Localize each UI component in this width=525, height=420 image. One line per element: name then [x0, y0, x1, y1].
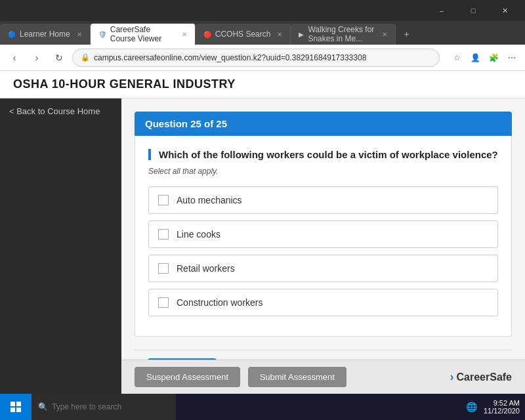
back-to-course-button[interactable]: < Back to Course Home — [0, 98, 121, 124]
tab-close-walking-icon[interactable]: ✕ — [382, 31, 387, 38]
tab-walking-creeks[interactable]: ▶ Walking Creeks for Snakes in Me... ✕ — [291, 24, 396, 45]
refresh-button[interactable]: ↻ — [50, 49, 68, 67]
sidebar: < Back to Course Home — [0, 98, 121, 394]
settings-icon[interactable]: ⋯ — [504, 50, 520, 66]
maximize-button[interactable]: □ — [458, 0, 488, 21]
extensions-icon[interactable]: 🧩 — [486, 50, 501, 66]
question-box: Which of the following workers could be … — [135, 136, 512, 337]
suspend-button[interactable]: Suspend Assessment — [135, 367, 240, 387]
address-bar: ‹ › ↻ 🔒 campus.careersafeonline.com/view… — [0, 45, 525, 71]
back-button[interactable]: ‹ — [5, 49, 24, 67]
tab-bar: 🔵 Learner Home ✕ 🛡️ CareerSafe Course Vi… — [0, 21, 525, 45]
checkbox-3[interactable] — [158, 263, 169, 274]
navigation-controls: << Previous Jump to Question: 25 ▾ — [135, 350, 512, 360]
svg-rect-0 — [10, 402, 15, 406]
question-text: Which of the following workers could be … — [148, 149, 498, 160]
page-title: OSHA 10-HOUR GENERAL INDUSTRY — [13, 77, 512, 91]
tab-close-ccohs-icon[interactable]: ✕ — [277, 31, 282, 38]
main-area: Question 25 of 25 Which of the following… — [121, 98, 525, 360]
checkbox-2[interactable] — [158, 229, 169, 240]
tab-close-active-icon[interactable]: ✕ — [182, 31, 187, 38]
svg-rect-1 — [16, 402, 21, 406]
search-input[interactable] — [52, 402, 169, 411]
svg-rect-2 — [10, 408, 15, 412]
checkbox-1[interactable] — [158, 195, 169, 205]
start-button[interactable] — [0, 394, 32, 420]
action-buttons: Suspend Assessment Submit Assessment — [135, 367, 352, 387]
taskbar-time: 9:52 AM 11/12/2020 — [484, 399, 525, 415]
tab-careersafe[interactable]: 🛡️ CareerSafe Course Viewer ✕ — [91, 24, 196, 45]
answer-option-2[interactable]: Line cooks — [148, 220, 498, 248]
taskbar-icons: 🌐 — [466, 402, 484, 412]
svg-rect-3 — [16, 408, 21, 412]
bookmark-icon[interactable]: ☆ — [449, 50, 465, 66]
forward-button[interactable]: › — [28, 49, 46, 67]
answer-option-1[interactable]: Auto mechanics — [148, 186, 498, 214]
minimize-button[interactable]: – — [427, 0, 457, 21]
taskbar: 🔍 🌐 9:52 AM 11/12/2020 — [0, 394, 525, 420]
tab-close-icon[interactable]: ✕ — [77, 31, 82, 38]
question-header: Question 25 of 25 — [135, 112, 512, 136]
page-body: < Back to Course Home Question 25 of 25 … — [0, 98, 525, 394]
title-bar: – □ ✕ — [0, 0, 525, 21]
select-label: Select all that apply. — [148, 167, 498, 176]
answer-text-4: Construction workers — [177, 297, 263, 308]
tab-ccohs[interactable]: 🔴 CCOHS Search ✕ — [196, 24, 291, 45]
careersafe-logo: › CareerSafe — [450, 370, 513, 384]
answer-text-2: Line cooks — [177, 229, 220, 240]
url-bar[interactable]: 🔒 campus.careersafeonline.com/view_quest… — [72, 49, 440, 67]
answer-option-3[interactable]: Retail workers — [148, 255, 498, 282]
page-header: OSHA 10-HOUR GENERAL INDUSTRY — [0, 71, 525, 98]
tab-learner-home[interactable]: 🔵 Learner Home ✕ — [0, 24, 91, 45]
new-tab-button[interactable]: ＋ — [396, 24, 417, 45]
answer-option-4[interactable]: Construction workers — [148, 289, 498, 316]
logo-arrow-icon: › — [450, 370, 454, 384]
close-button[interactable]: ✕ — [490, 0, 520, 21]
bottom-actions: Suspend Assessment Submit Assessment › C… — [121, 360, 525, 394]
submit-button[interactable]: Submit Assessment — [248, 367, 346, 387]
answer-text-1: Auto mechanics — [177, 195, 242, 205]
answer-text-3: Retail workers — [177, 263, 235, 274]
page-content: OSHA 10-HOUR GENERAL INDUSTRY < Back to … — [0, 71, 525, 394]
taskbar-browser-icon[interactable]: 🌐 — [466, 402, 477, 412]
profile-icon[interactable]: 👤 — [467, 50, 483, 66]
checkbox-4[interactable] — [158, 297, 169, 308]
taskbar-search[interactable]: 🔍 — [32, 394, 176, 420]
